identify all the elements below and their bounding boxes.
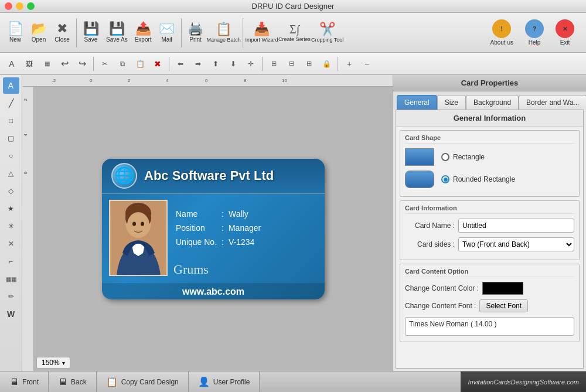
tab-general[interactable]: General <box>397 95 437 110</box>
draw-tool[interactable]: ✏ <box>3 288 19 305</box>
star-tool[interactable]: ★ <box>3 200 19 217</box>
new-button[interactable]: 📄 New <box>5 20 26 45</box>
cut-btn[interactable]: ✂ <box>97 56 113 72</box>
barcode-tool-btn[interactable]: ▦ <box>39 56 55 72</box>
branding: InvitationCardsDesigningSoftware.com <box>461 371 586 392</box>
new-icon: 📄 <box>8 22 23 35</box>
close-button[interactable]: ✖ Close <box>52 20 73 45</box>
save-button[interactable]: 💾 Save <box>80 20 101 45</box>
back-button[interactable]: 🖥 Back <box>49 371 97 392</box>
triangle-tool[interactable]: △ <box>3 165 19 182</box>
paste-btn[interactable]: 📋 <box>132 56 148 72</box>
asterisk-tool[interactable]: ✳ <box>3 218 19 234</box>
zoom-out-btn[interactable]: − <box>359 56 375 72</box>
about-button[interactable]: ! About us <box>486 17 518 48</box>
cropping-tool-button[interactable]: ✂️ Cropping Tool <box>312 21 343 45</box>
rectangle-tool[interactable]: □ <box>3 113 19 129</box>
about-label: About us <box>490 39 513 46</box>
align-top-btn[interactable]: ⬆ <box>207 56 224 72</box>
exit-icon: ✕ <box>556 19 574 38</box>
copy-btn[interactable]: ⧉ <box>114 56 131 72</box>
cross-tool[interactable]: ✕ <box>3 236 19 252</box>
rounded-rect-radio[interactable] <box>441 175 449 183</box>
tab-background[interactable]: Background <box>466 95 519 110</box>
user-profile-icon: 👤 <box>198 376 210 387</box>
user-profile-button[interactable]: 👤 User Profile <box>189 371 260 392</box>
maximize-window-button[interactable] <box>27 2 35 10</box>
tb2-sep-4 <box>338 57 338 71</box>
lock-btn[interactable]: 🔒 <box>318 56 335 72</box>
copy-card-button[interactable]: 📋 Copy Card Design <box>97 371 189 392</box>
image-tool-btn[interactable]: 🖼 <box>21 56 38 72</box>
close-window-button[interactable] <box>5 2 12 10</box>
text-tool-btn[interactable]: A <box>4 56 20 72</box>
content-color-label: Change Content Color : <box>405 284 479 292</box>
bracket-tool[interactable]: ⌐ <box>3 253 19 270</box>
mail-button[interactable]: ✉️ Mail <box>156 20 178 45</box>
help-icon: ? <box>525 19 544 38</box>
front-button[interactable]: 🖥 Front <box>0 371 49 392</box>
rounded-rect-tool[interactable]: ▢ <box>3 130 19 146</box>
ruler-vertical: 2 4 6 <box>22 87 34 371</box>
grid-btn[interactable]: ⊞ <box>301 56 317 72</box>
redo-btn[interactable]: ↪ <box>74 56 90 72</box>
minimize-window-button[interactable] <box>16 2 23 10</box>
svg-point-5 <box>127 212 149 238</box>
group-btn[interactable]: ⊞ <box>265 56 282 72</box>
canvas-viewport[interactable]: 🌐 Abc Software Pvt Ltd <box>34 87 393 371</box>
content-font-label: Change Content Font : <box>405 302 476 310</box>
card-properties-title: Card Properties <box>461 79 519 87</box>
align-right-btn[interactable]: ➡ <box>190 56 206 72</box>
help-button[interactable]: ? Help <box>520 17 548 48</box>
move-btn[interactable]: ✛ <box>243 56 259 72</box>
tab-size[interactable]: Size <box>437 95 466 110</box>
import-wizard-button[interactable]: 📥 Import Wizard <box>247 21 277 45</box>
delete-btn[interactable]: ✖ <box>149 56 166 72</box>
rounded-radio-label[interactable]: Rounded Rectangle <box>441 175 515 183</box>
manage-batch-icon: 📋 <box>216 23 231 36</box>
zoom-dropdown-arrow[interactable]: ▾ <box>62 360 65 366</box>
bottom-spacer <box>260 371 461 392</box>
create-series-label: Create Series <box>278 36 311 42</box>
barcode-tool[interactable]: ▦▦ <box>3 271 19 287</box>
text-tool-left[interactable]: W <box>3 306 19 322</box>
rectangle-radio[interactable] <box>441 153 449 161</box>
card-properties-header: Card Properties <box>393 75 586 91</box>
tab-border[interactable]: Border and Wa... <box>519 95 586 110</box>
id-card[interactable]: 🌐 Abc Software Pvt Ltd <box>102 159 325 299</box>
undo-btn[interactable]: ↩ <box>56 56 73 72</box>
card-sides-select[interactable]: Two (Front and Back) <box>458 237 574 251</box>
position-label: Position <box>173 223 219 233</box>
select-tool[interactable]: A <box>3 77 19 94</box>
cropping-tool-icon: ✂️ <box>319 23 335 36</box>
name-label: Name <box>173 209 219 219</box>
rectangle-radio-label[interactable]: Rectangle <box>441 153 485 161</box>
card-website: www.abc.com <box>102 283 325 299</box>
secondary-toolbar: A 🖼 ▦ ↩ ↪ ✂ ⧉ 📋 ✖ ⬅ ➡ ⬆ ⬇ ✛ ⊞ ⊟ ⊞ 🔒 + − <box>0 53 586 75</box>
card-name-input[interactable] <box>458 219 574 233</box>
line-tool[interactable]: ╱ <box>3 95 19 111</box>
create-series-button[interactable]: Σ∫ Create Series <box>280 21 310 45</box>
id-card-container[interactable]: 🌐 Abc Software Pvt Ltd <box>102 159 325 299</box>
zoom-in-btn[interactable]: + <box>341 56 357 72</box>
save-as-button[interactable]: 💾 Save As <box>104 20 130 45</box>
general-info-header: General Information <box>396 110 583 127</box>
select-font-button[interactable]: Select Font <box>479 299 528 312</box>
manage-batch-button[interactable]: 📋 Manage Batch <box>209 21 239 45</box>
window-controls[interactable] <box>5 2 35 10</box>
toolbar-separator-3 <box>243 18 243 47</box>
exit-button[interactable]: ✕ Exit <box>551 17 579 48</box>
ellipse-tool[interactable]: ○ <box>3 148 19 164</box>
card-info-header: Card Information <box>405 204 574 214</box>
print-button[interactable]: 🖨️ Print <box>185 20 206 45</box>
rectangle-label: Rectangle <box>453 153 485 161</box>
align-left-btn[interactable]: ⬅ <box>172 56 189 72</box>
open-button[interactable]: 📂 Open <box>28 20 49 45</box>
ungroup-btn[interactable]: ⊟ <box>283 56 299 72</box>
export-button[interactable]: 📤 Export <box>132 20 154 45</box>
align-bottom-btn[interactable]: ⬇ <box>225 56 241 72</box>
diamond-tool[interactable]: ◇ <box>3 183 19 199</box>
mail-icon: ✉️ <box>159 22 175 35</box>
content-color-picker[interactable] <box>482 282 523 295</box>
unique-value: V-1234 <box>226 237 263 247</box>
